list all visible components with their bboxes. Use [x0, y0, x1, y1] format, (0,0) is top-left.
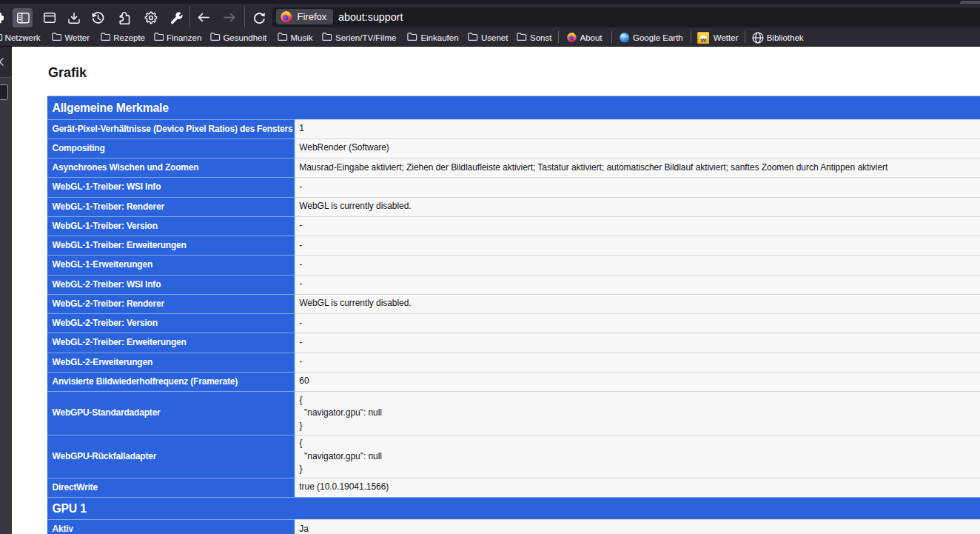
svg-text:w: w — [699, 35, 706, 43]
